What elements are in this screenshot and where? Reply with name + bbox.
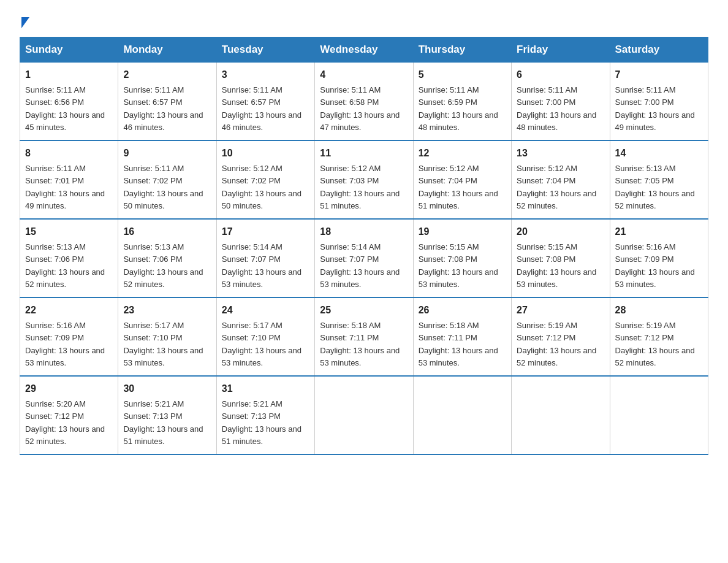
calendar-cell: 16 Sunrise: 5:13 AMSunset: 7:06 PMDaylig… bbox=[118, 219, 216, 297]
day-number: 10 bbox=[222, 146, 309, 161]
day-info: Sunrise: 5:19 AMSunset: 7:12 PMDaylight:… bbox=[615, 321, 695, 367]
day-number: 22 bbox=[25, 303, 113, 318]
day-info: Sunrise: 5:19 AMSunset: 7:12 PMDaylight:… bbox=[517, 321, 596, 367]
day-info: Sunrise: 5:13 AMSunset: 7:06 PMDaylight:… bbox=[123, 242, 203, 289]
day-info: Sunrise: 5:11 AMSunset: 7:02 PMDaylight:… bbox=[123, 164, 203, 210]
header-cell-wednesday: Wednesday bbox=[315, 37, 413, 63]
calendar-cell bbox=[512, 376, 610, 454]
calendar-cell: 5 Sunrise: 5:11 AMSunset: 6:59 PMDayligh… bbox=[413, 63, 511, 141]
calendar-cell: 11 Sunrise: 5:12 AMSunset: 7:03 PMDaylig… bbox=[315, 140, 413, 219]
day-number: 27 bbox=[517, 303, 604, 318]
day-number: 24 bbox=[222, 303, 309, 318]
calendar-cell: 24 Sunrise: 5:17 AMSunset: 7:10 PMDaylig… bbox=[216, 297, 314, 376]
calendar-cell: 1 Sunrise: 5:11 AMSunset: 6:56 PMDayligh… bbox=[20, 63, 118, 141]
calendar-week-4: 22 Sunrise: 5:16 AMSunset: 7:09 PMDaylig… bbox=[20, 297, 708, 376]
calendar-cell: 15 Sunrise: 5:13 AMSunset: 7:06 PMDaylig… bbox=[20, 219, 118, 297]
header-cell-friday: Friday bbox=[512, 37, 610, 63]
day-number: 31 bbox=[222, 381, 309, 396]
calendar-cell: 25 Sunrise: 5:18 AMSunset: 7:11 PMDaylig… bbox=[315, 297, 413, 376]
day-info: Sunrise: 5:12 AMSunset: 7:02 PMDaylight:… bbox=[222, 164, 301, 210]
day-number: 20 bbox=[517, 224, 604, 239]
header-cell-tuesday: Tuesday bbox=[216, 37, 314, 63]
calendar-cell: 9 Sunrise: 5:11 AMSunset: 7:02 PMDayligh… bbox=[118, 140, 216, 219]
day-info: Sunrise: 5:11 AMSunset: 6:59 PMDaylight:… bbox=[419, 85, 498, 132]
day-info: Sunrise: 5:17 AMSunset: 7:10 PMDaylight:… bbox=[222, 321, 301, 367]
day-info: Sunrise: 5:11 AMSunset: 7:01 PMDaylight:… bbox=[25, 164, 105, 210]
calendar-cell: 7 Sunrise: 5:11 AMSunset: 7:00 PMDayligh… bbox=[610, 63, 708, 141]
calendar-table: SundayMondayTuesdayWednesdayThursdayFrid… bbox=[20, 37, 708, 455]
header-cell-thursday: Thursday bbox=[413, 37, 511, 63]
calendar-cell: 29 Sunrise: 5:20 AMSunset: 7:12 PMDaylig… bbox=[20, 376, 118, 454]
calendar-cell: 12 Sunrise: 5:12 AMSunset: 7:04 PMDaylig… bbox=[413, 140, 511, 219]
day-info: Sunrise: 5:20 AMSunset: 7:12 PMDaylight:… bbox=[25, 399, 105, 446]
header-cell-monday: Monday bbox=[118, 37, 216, 63]
calendar-week-2: 8 Sunrise: 5:11 AMSunset: 7:01 PMDayligh… bbox=[20, 140, 708, 219]
calendar-header: SundayMondayTuesdayWednesdayThursdayFrid… bbox=[20, 37, 708, 63]
day-number: 30 bbox=[123, 381, 211, 396]
calendar-cell: 3 Sunrise: 5:11 AMSunset: 6:57 PMDayligh… bbox=[216, 63, 314, 141]
calendar-cell: 31 Sunrise: 5:21 AMSunset: 7:13 PMDaylig… bbox=[216, 376, 314, 454]
calendar-cell: 19 Sunrise: 5:15 AMSunset: 7:08 PMDaylig… bbox=[413, 219, 511, 297]
day-info: Sunrise: 5:11 AMSunset: 6:57 PMDaylight:… bbox=[123, 85, 203, 132]
day-info: Sunrise: 5:11 AMSunset: 6:57 PMDaylight:… bbox=[222, 85, 301, 132]
day-number: 1 bbox=[25, 67, 113, 82]
header-row: SundayMondayTuesdayWednesdayThursdayFrid… bbox=[20, 37, 708, 63]
day-info: Sunrise: 5:18 AMSunset: 7:11 PMDaylight:… bbox=[419, 321, 498, 367]
calendar-cell: 30 Sunrise: 5:21 AMSunset: 7:13 PMDaylig… bbox=[118, 376, 216, 454]
day-info: Sunrise: 5:11 AMSunset: 7:00 PMDaylight:… bbox=[517, 85, 596, 132]
day-info: Sunrise: 5:15 AMSunset: 7:08 PMDaylight:… bbox=[419, 242, 498, 289]
day-number: 16 bbox=[123, 224, 211, 239]
day-number: 25 bbox=[320, 303, 408, 318]
day-number: 3 bbox=[222, 67, 309, 82]
day-info: Sunrise: 5:18 AMSunset: 7:11 PMDaylight:… bbox=[320, 321, 400, 367]
day-number: 21 bbox=[615, 224, 703, 239]
calendar-cell: 17 Sunrise: 5:14 AMSunset: 7:07 PMDaylig… bbox=[216, 219, 314, 297]
calendar-cell: 8 Sunrise: 5:11 AMSunset: 7:01 PMDayligh… bbox=[20, 140, 118, 219]
calendar-cell: 6 Sunrise: 5:11 AMSunset: 7:00 PMDayligh… bbox=[512, 63, 610, 141]
calendar-cell: 4 Sunrise: 5:11 AMSunset: 6:58 PMDayligh… bbox=[315, 63, 413, 141]
calendar-body: 1 Sunrise: 5:11 AMSunset: 6:56 PMDayligh… bbox=[20, 63, 708, 455]
day-number: 2 bbox=[123, 67, 211, 82]
calendar-cell: 13 Sunrise: 5:12 AMSunset: 7:04 PMDaylig… bbox=[512, 140, 610, 219]
calendar-cell: 18 Sunrise: 5:14 AMSunset: 7:07 PMDaylig… bbox=[315, 219, 413, 297]
day-info: Sunrise: 5:11 AMSunset: 6:58 PMDaylight:… bbox=[320, 85, 400, 132]
calendar-cell bbox=[315, 376, 413, 454]
day-info: Sunrise: 5:13 AMSunset: 7:06 PMDaylight:… bbox=[25, 242, 105, 289]
header-cell-sunday: Sunday bbox=[20, 37, 118, 63]
day-number: 18 bbox=[320, 224, 408, 239]
calendar-cell: 28 Sunrise: 5:19 AMSunset: 7:12 PMDaylig… bbox=[610, 297, 708, 376]
calendar-cell bbox=[610, 376, 708, 454]
day-number: 13 bbox=[517, 146, 604, 161]
day-number: 9 bbox=[123, 146, 211, 161]
day-info: Sunrise: 5:16 AMSunset: 7:09 PMDaylight:… bbox=[615, 242, 695, 289]
calendar-week-3: 15 Sunrise: 5:13 AMSunset: 7:06 PMDaylig… bbox=[20, 219, 708, 297]
day-info: Sunrise: 5:21 AMSunset: 7:13 PMDaylight:… bbox=[123, 399, 203, 446]
logo-arrow-icon bbox=[21, 17, 29, 28]
calendar-week-5: 29 Sunrise: 5:20 AMSunset: 7:12 PMDaylig… bbox=[20, 376, 708, 454]
day-info: Sunrise: 5:12 AMSunset: 7:04 PMDaylight:… bbox=[419, 164, 498, 210]
day-number: 8 bbox=[25, 146, 113, 161]
calendar-cell: 22 Sunrise: 5:16 AMSunset: 7:09 PMDaylig… bbox=[20, 297, 118, 376]
day-number: 19 bbox=[419, 224, 506, 239]
page-header bbox=[20, 15, 708, 25]
day-number: 6 bbox=[517, 67, 604, 82]
day-info: Sunrise: 5:14 AMSunset: 7:07 PMDaylight:… bbox=[320, 242, 400, 289]
day-number: 26 bbox=[419, 303, 506, 318]
day-info: Sunrise: 5:12 AMSunset: 7:03 PMDaylight:… bbox=[320, 164, 400, 210]
calendar-cell: 2 Sunrise: 5:11 AMSunset: 6:57 PMDayligh… bbox=[118, 63, 216, 141]
day-number: 14 bbox=[615, 146, 703, 161]
calendar-cell bbox=[413, 376, 511, 454]
calendar-cell: 26 Sunrise: 5:18 AMSunset: 7:11 PMDaylig… bbox=[413, 297, 511, 376]
day-info: Sunrise: 5:15 AMSunset: 7:08 PMDaylight:… bbox=[517, 242, 596, 289]
header-cell-saturday: Saturday bbox=[610, 37, 708, 63]
day-number: 11 bbox=[320, 146, 408, 161]
calendar-cell: 27 Sunrise: 5:19 AMSunset: 7:12 PMDaylig… bbox=[512, 297, 610, 376]
day-number: 23 bbox=[123, 303, 211, 318]
day-number: 29 bbox=[25, 381, 113, 396]
calendar-week-1: 1 Sunrise: 5:11 AMSunset: 6:56 PMDayligh… bbox=[20, 63, 708, 141]
day-number: 7 bbox=[615, 67, 703, 82]
day-number: 17 bbox=[222, 224, 309, 239]
day-info: Sunrise: 5:16 AMSunset: 7:09 PMDaylight:… bbox=[25, 321, 105, 367]
day-number: 15 bbox=[25, 224, 113, 239]
day-info: Sunrise: 5:17 AMSunset: 7:10 PMDaylight:… bbox=[123, 321, 203, 367]
